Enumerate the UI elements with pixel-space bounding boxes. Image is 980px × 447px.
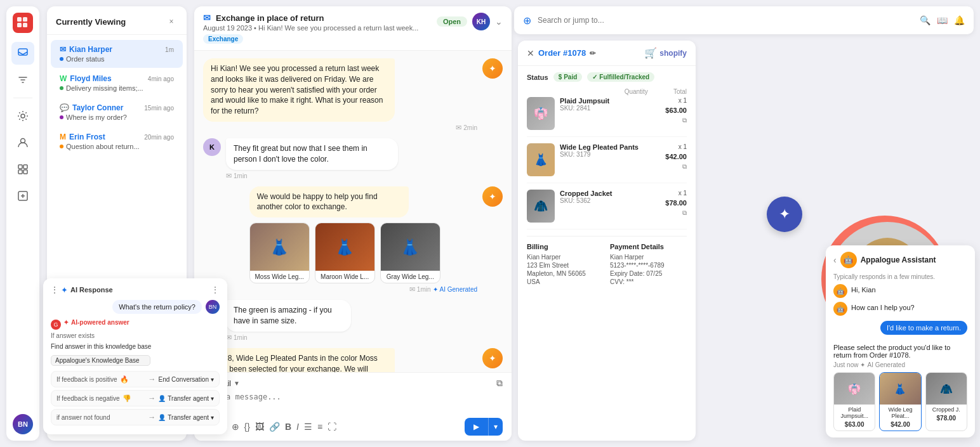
chat-more-icon[interactable]: ⌄	[495, 16, 503, 27]
knowledge-row: Find answer in this knowledge base	[51, 343, 220, 350]
cv-item-taylor[interactable]: 💬 Taylor Conner 15min ago Where is my or…	[51, 98, 183, 126]
item-qty-pants: x 1	[679, 143, 687, 150]
paid-badge: $ Paid	[553, 72, 583, 82]
svg-rect-0	[17, 17, 22, 22]
billing-section: Billing Kian Harper 123 Elm Street Maple…	[527, 236, 687, 287]
chat-tag-exchange: Exchange	[203, 34, 243, 44]
fulfilled-badge: ✓ Fulfilled/Tracked	[587, 72, 654, 82]
arrow-icon-2: →	[148, 394, 156, 403]
thumb-img-jumpsuit: 👘	[834, 373, 875, 405]
bold-icon[interactable]: B	[285, 422, 291, 432]
cv-time-kian: 1m	[165, 46, 174, 53]
assistant-product-thumbs: 👘 Plaid Jumpsuit... $63.00 👗 Wide Leg Pl…	[833, 372, 967, 431]
ai-panel-more-icon[interactable]: ⋮	[211, 285, 220, 295]
item-copy-jumpsuit[interactable]: ⧉	[682, 117, 687, 124]
floating-ai-button[interactable]: ✦	[767, 197, 802, 232]
expand-icon[interactable]: ⛶	[328, 422, 336, 432]
thumb-jumpsuit[interactable]: 👘 Plaid Jumpsuit... $63.00	[833, 372, 875, 431]
cv-item-kian[interactable]: ✉ Kian Harper 1m Order status	[51, 40, 183, 68]
top-searchbar: ⊕ 🔍 📖 🔔	[514, 6, 974, 34]
italic-icon[interactable]: I	[296, 422, 299, 432]
product-card-maroon[interactable]: 👗 Maroon Wide L...	[315, 223, 375, 283]
nav-user[interactable]	[11, 131, 34, 154]
nav-settings-gear[interactable]	[11, 105, 34, 127]
order-edit-icon[interactable]: ✏	[590, 49, 596, 58]
product-label-maroon: Maroon Wide L...	[315, 271, 374, 283]
bookmark-icon[interactable]: 📖	[937, 15, 948, 25]
send-button-group[interactable]: ▶ ▾	[465, 418, 503, 436]
ai-panel-menu-icon[interactable]: ⋮	[51, 285, 58, 294]
svg-rect-8	[23, 165, 27, 169]
thumb-label-pants: Wide Leg Pleat...	[880, 405, 920, 421]
cv-time-floyd: 4min ago	[148, 75, 174, 82]
item-copy-jacket[interactable]: ⧉	[682, 209, 687, 217]
product-card-moss[interactable]: 👗 Moss Wide Leg...	[249, 223, 310, 283]
cv-close-button[interactable]: ×	[165, 15, 178, 28]
cv-name-taylor: 💬 Taylor Conner	[60, 103, 123, 112]
thumb-pants[interactable]: 👗 Wide Leg Pleat... $42.00	[879, 372, 921, 431]
item-name-jumpsuit: Plaid Jumpsuit	[560, 97, 660, 105]
message-3: ✦ We would be happy to help you find ano…	[203, 186, 503, 294]
list2-icon[interactable]: ≡	[317, 422, 322, 432]
chevron-down-icon: ▾	[211, 376, 214, 383]
search-input[interactable]	[538, 16, 913, 25]
dollar-icon: $	[559, 74, 562, 81]
chat-message-input[interactable]	[203, 392, 503, 411]
order-status-row: Status $ Paid ✓ Fulfilled/Tracked	[527, 72, 687, 82]
cv-item-floyd[interactable]: W Floyd Miles 4min ago Delivery missing …	[51, 69, 183, 97]
clip-icon[interactable]: 🔗	[269, 422, 280, 432]
add-icon[interactable]: ⊕	[523, 15, 531, 27]
cv-header: Currently Viewing ×	[47, 6, 187, 35]
order-body: Status $ Paid ✓ Fulfilled/Tracked Quanti…	[518, 66, 696, 441]
thumb-img-pants: 👗	[880, 373, 920, 405]
nav-inbox[interactable]	[11, 42, 34, 65]
chat-panel: ✉ Exchange in place of return August 19 …	[194, 6, 512, 441]
item-copy-pants[interactable]: ⧉	[682, 163, 687, 171]
assistant-back-icon[interactable]: ‹	[833, 255, 837, 265]
send-main-button[interactable]: ▶	[465, 418, 488, 436]
customer-avatar: K	[203, 138, 221, 156]
chat-input-area: ✉ Email ▼ ⧉ ☺ @ ⊕ {} 🖼 🔗 B I ☰ ≡ ⛶ ▶ ▾	[194, 372, 512, 441]
arrow-icon-3: →	[148, 413, 156, 422]
action-end: End Conversation ▾	[159, 376, 215, 383]
nav-config[interactable]	[11, 185, 34, 207]
status-label: Status	[527, 74, 548, 81]
thumb-jacket[interactable]: 🧥 Cropped J. $78.00	[925, 372, 967, 431]
chat-copy-icon[interactable]: ⧉	[496, 378, 503, 389]
image-icon[interactable]: 🖼	[255, 422, 264, 432]
nav-grid[interactable]	[11, 158, 34, 181]
order-close-button[interactable]: ✕	[527, 48, 534, 58]
cv-sub-taylor: Where is my order?	[60, 113, 174, 121]
svg-rect-2	[23, 23, 27, 27]
cv-item-erin[interactable]: M Erin Frost 20min ago Question about re…	[51, 127, 183, 155]
product-label-gray: Gray Wide Leg...	[381, 271, 440, 283]
notification-icon[interactable]: 🔔	[954, 15, 965, 25]
product-img-moss: 👗	[250, 223, 309, 271]
user-return-msg: I'd like to make a return.	[833, 321, 967, 339]
knowledge-base-select[interactable]: Appalogue's Knowledge Base	[51, 355, 150, 366]
user-return-bubble: I'd like to make a return.	[880, 321, 967, 335]
thumbsdown-icon: 👎	[122, 394, 131, 403]
msg-time-1: ✉ 2min	[203, 124, 477, 132]
item-qty-jumpsuit: x 1	[679, 97, 687, 104]
ai-panel-title: AI Response	[70, 286, 113, 294]
send-dropdown-button[interactable]: ▾	[488, 418, 503, 436]
product-card-gray[interactable]: 👗 Gray Wide Leg...	[380, 223, 440, 283]
link-icon[interactable]: {}	[244, 422, 250, 432]
svg-rect-7	[18, 165, 22, 169]
order-item-pants: 👗 Wide Leg Pleated Pants SKU: 3179 x 1 $…	[527, 143, 687, 183]
attach-icon[interactable]: ⊕	[232, 422, 239, 432]
app-logo[interactable]	[13, 13, 33, 33]
search-icon[interactable]: 🔍	[920, 15, 930, 25]
cv-dot-floyd	[60, 86, 63, 90]
user-avatar-nav[interactable]: BN	[13, 414, 33, 434]
ai-powered-label: ✦ AI-powered answer	[63, 319, 129, 326]
chat-status-open: Open	[437, 16, 467, 27]
agent-icon-2: ✦	[482, 186, 503, 207]
ai-powered-icon: ✦	[63, 319, 69, 326]
list-icon[interactable]: ☰	[304, 422, 312, 432]
message-1: ✦ Hi Kian! We see you processed a return…	[203, 58, 503, 132]
nav-filter[interactable]	[11, 68, 34, 91]
question-row: 🤖 How can I help you?	[833, 302, 967, 316]
item-qty-jacket: x 1	[679, 190, 687, 197]
